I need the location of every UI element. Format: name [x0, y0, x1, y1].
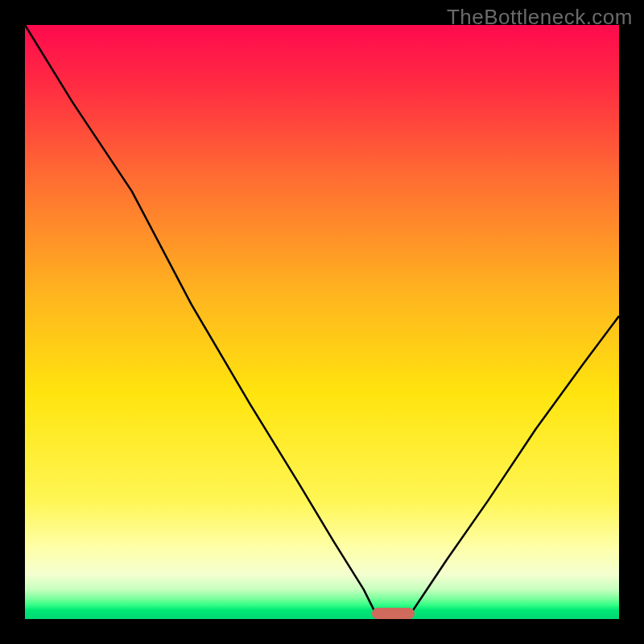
plot-area	[25, 25, 619, 619]
watermark-text: TheBottleneck.com	[447, 5, 633, 30]
bottleneck-curve	[25, 25, 619, 619]
chart-frame: TheBottleneck.com	[0, 0, 644, 644]
minimum-marker	[372, 608, 414, 619]
